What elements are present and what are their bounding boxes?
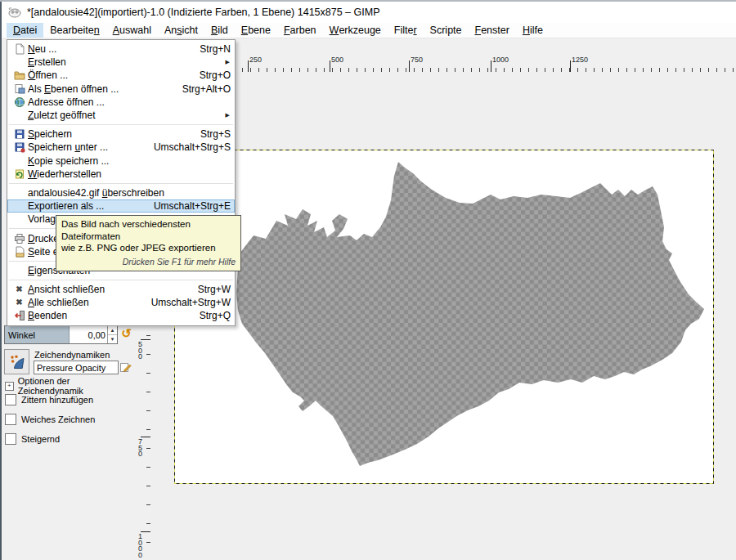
expand-plus-icon[interactable]: + [5, 382, 14, 391]
menu-item-speichern[interactable]: Speichern Strg+S [7, 128, 235, 141]
export-tooltip: Das Bild nach verschiedensten Dateiforma… [56, 215, 241, 271]
ruler-major-tick [491, 60, 491, 72]
window-left-border [0, 2, 2, 560]
gimp-wilber-icon [7, 7, 22, 18]
canvas-image[interactable] [174, 150, 714, 484]
menu-item-zuletzt-geoeffnet[interactable]: Zuletzt geöffnet ▶ [7, 109, 235, 122]
window-title: *[andalousie42](importiert)-1.0 (Indizie… [27, 7, 379, 18]
menu-item-ueberschreiben[interactable]: andalousie42.gif überschreiben [7, 186, 235, 199]
menu-fenster[interactable]: Fenster [469, 23, 516, 38]
menu-ebene[interactable]: Ebene [235, 23, 277, 38]
spin-up-icon[interactable]: ▲ [108, 326, 117, 335]
close-view-icon: ✖ [11, 285, 28, 293]
menu-item-erstellen[interactable]: Erstellen ▶ [7, 56, 235, 69]
checkbox-label: Weiches Zeichnen [21, 414, 95, 424]
ruler-label: 250 [249, 56, 262, 64]
checkbox-label: Zittern hinzufügen [21, 395, 93, 405]
angle-slider-fill: Winkel [5, 326, 70, 343]
tooltip-hint: Drücken Sie F1 für mehr Hilfe [61, 256, 236, 268]
menu-separator [9, 280, 233, 280]
file-menu-dropdown: Neu ... Strg+N Erstellen ▶ Öffnen ... St… [7, 39, 236, 326]
menu-werkzeuge[interactable]: Werkzeuge [323, 23, 388, 38]
ruler-label: 1000 [492, 56, 509, 64]
ruler-label: 500 [138, 342, 145, 361]
menu-item-kopie-speichern[interactable]: Kopie speichern ... [7, 155, 235, 168]
menu-datei[interactable]: Datei [7, 23, 43, 38]
menu-item-alle-schliessen[interactable]: ✖ Alle schließen Umschalt+Strg+W [7, 296, 235, 309]
edit-dynamics-icon[interactable] [119, 361, 132, 375]
page-setup-icon [11, 246, 28, 258]
checkbox-icon[interactable] [5, 414, 16, 425]
ruler-label: 750 [138, 439, 145, 458]
menu-item-oeffnen[interactable]: Öffnen ... Strg+O [7, 69, 235, 82]
menu-item-als-ebenen-oeffnen[interactable]: Als Ebenen öffnen ... Strg+Alt+O [7, 83, 235, 96]
dynamics-options-expander[interactable]: + Optionen der Zeichendynamik [5, 376, 134, 396]
globe-icon [11, 96, 28, 108]
ruler-major-tick [330, 60, 330, 72]
menu-separator [9, 124, 233, 125]
title-bar: *[andalousie42](importiert)-1.0 (Indizie… [2, 2, 736, 23]
menu-item-adresse-oeffnen[interactable]: Adresse öffnen ... [7, 96, 235, 109]
angle-spinner[interactable]: ▲ ▼ [107, 326, 117, 343]
save-as-icon [11, 141, 28, 153]
ruler-label: 750 [411, 56, 423, 64]
menu-auswahl[interactable]: Auswahl [106, 23, 158, 38]
ruler-label: 1000 [138, 534, 145, 558]
menu-item-neu[interactable]: Neu ... Strg+N [7, 43, 235, 56]
menu-scripte[interactable]: Scripte [424, 23, 469, 38]
quit-icon [11, 310, 28, 321]
ruler-label: 1250 [572, 56, 588, 64]
paint-dynamics-label: Zeichendynamiken [34, 350, 110, 360]
menu-bearbeiten[interactable]: Bearbeiten [43, 23, 105, 38]
checkbox-label: Steigernd [21, 434, 60, 444]
angle-label: Winkel [8, 330, 35, 340]
menu-item-exportieren-als[interactable]: Exportieren als ... Umschalt+Strg+E [7, 199, 235, 213]
submenu-arrow-icon: ▶ [226, 59, 231, 65]
open-folder-icon [11, 69, 28, 81]
tooltip-line1: Das Bild nach verschiedensten Dateiforma… [61, 218, 236, 242]
menu-item-ansicht-schliessen[interactable]: ✖ Ansicht schließen Strg+W [7, 283, 235, 296]
menu-item-speichern-unter[interactable]: Speichern unter ... Umschalt+Strg+S [7, 141, 235, 154]
menu-item-beenden[interactable]: Beenden Strg+Q [7, 309, 235, 322]
menu-item-wiederherstellen[interactable]: Wiederherstellen [7, 168, 235, 181]
ruler-major-tick [409, 60, 410, 72]
save-icon [11, 128, 28, 140]
spin-down-icon[interactable]: ▼ [108, 335, 117, 343]
ruler-major-tick [570, 60, 571, 72]
printer-icon [11, 233, 28, 244]
menu-farben[interactable]: Farben [277, 23, 323, 38]
submenu-arrow-icon: ▶ [226, 112, 231, 119]
ruler-label: 500 [331, 56, 343, 64]
checkbox-steigernd[interactable]: Steigernd [5, 433, 60, 445]
checkbox-zittern[interactable]: Zittern hinzufügen [5, 394, 93, 405]
dynamics-options-label: Optionen der Zeichendynamik [18, 376, 134, 396]
close-all-icon: ✖ [11, 298, 28, 307]
reset-arrow-icon[interactable]: ↺ [119, 325, 133, 342]
new-document-icon [11, 43, 28, 55]
menu-hilfe[interactable]: Hilfe [516, 23, 550, 38]
paint-dynamics-button[interactable] [4, 349, 29, 374]
checkbox-icon[interactable] [5, 433, 16, 445]
paint-dynamics-icon [9, 354, 25, 370]
paint-dynamics-input[interactable] [34, 361, 119, 374]
checkbox-icon[interactable] [5, 394, 16, 405]
tooltip-line2: wie z.B. PNG oder JPEG exportieren [61, 242, 236, 254]
angle-value: 0,00 [70, 326, 107, 343]
canvas-area[interactable] [151, 72, 736, 560]
menu-ansicht[interactable]: Ansicht [158, 23, 204, 38]
checkbox-weiches-zeichnen[interactable]: Weiches Zeichnen [5, 414, 95, 425]
menu-bild[interactable]: Bild [204, 23, 235, 38]
revert-icon [11, 168, 28, 180]
menu-filter[interactable]: Filter [388, 23, 424, 38]
menu-bar: Datei Bearbeiten Auswahl Ansicht Bild Eb… [2, 23, 736, 38]
ruler-major-tick [248, 60, 249, 72]
menu-separator [9, 183, 233, 184]
angle-slider[interactable]: Winkel 0,00 ▲ ▼ [4, 325, 118, 344]
open-as-layers-icon [11, 83, 28, 95]
